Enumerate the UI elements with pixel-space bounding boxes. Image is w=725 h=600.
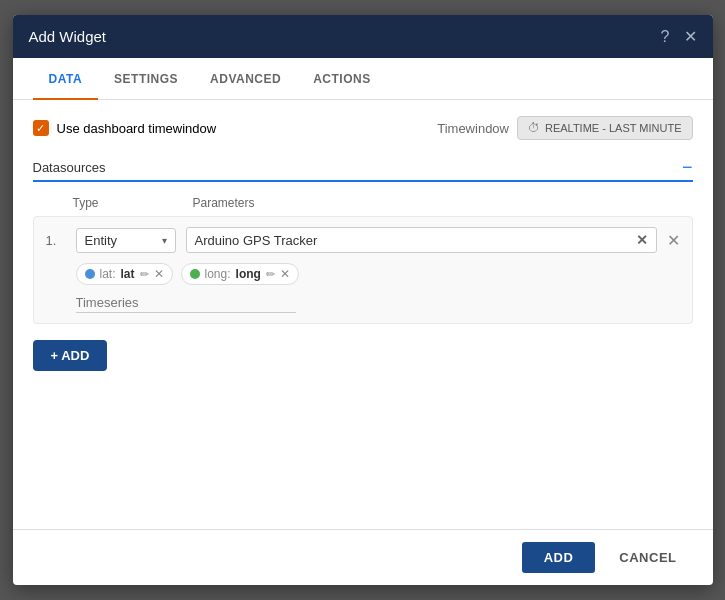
footer-cancel-button[interactable]: CANCEL xyxy=(603,542,692,573)
timewindow-badge[interactable]: ⏱ REALTIME - LAST MINUTE xyxy=(517,116,693,140)
entity-input-value: Arduino GPS Tracker xyxy=(195,233,630,248)
timewindow-left: Use dashboard timewindow xyxy=(33,120,217,136)
tab-settings[interactable]: SETTINGS xyxy=(98,58,194,100)
clock-icon: ⏱ xyxy=(528,121,540,135)
entity-input-wrap: Arduino GPS Tracker ✕ xyxy=(186,227,657,253)
entity-clear-button[interactable]: ✕ xyxy=(636,232,648,248)
datasources-collapse-icon[interactable]: − xyxy=(682,158,693,176)
datasources-title: Datasources xyxy=(33,160,106,175)
tag-dot-lat xyxy=(85,269,95,279)
datasources-section-header: Datasources − xyxy=(33,158,693,182)
row-number: 1. xyxy=(46,233,66,248)
dropdown-arrow-icon: ▾ xyxy=(162,235,167,246)
timewindow-row: Use dashboard timewindow Timewindow ⏱ RE… xyxy=(33,116,693,140)
dialog-footer: ADD CANCEL xyxy=(13,529,713,585)
tab-advanced[interactable]: ADVANCED xyxy=(194,58,297,100)
tags-row: lat: lat ✏ ✕ long: long ✏ ✕ xyxy=(76,263,680,285)
header-actions: ? ✕ xyxy=(661,27,697,46)
tab-bar: DATA SETTINGS ADVANCED ACTIONS xyxy=(13,58,713,100)
timeseries-input[interactable] xyxy=(76,293,296,313)
tag-dot-long xyxy=(190,269,200,279)
datasource-row-bottom: lat: lat ✏ ✕ long: long ✏ ✕ xyxy=(46,263,680,313)
table-header: Type Parameters xyxy=(33,196,693,216)
timewindow-right: Timewindow ⏱ REALTIME - LAST MINUTE xyxy=(437,116,692,140)
entity-type-value: Entity xyxy=(85,233,118,248)
tag-close-lat[interactable]: ✕ xyxy=(154,267,164,281)
tag-lat: lat: lat ✏ ✕ xyxy=(76,263,173,285)
help-icon[interactable]: ? xyxy=(661,28,670,46)
add-widget-dialog: Add Widget ? ✕ DATA SETTINGS ADVANCED AC… xyxy=(13,15,713,585)
tag-key-long: long: xyxy=(205,267,231,281)
use-dashboard-timewindow-checkbox[interactable] xyxy=(33,120,49,136)
timewindow-label: Timewindow xyxy=(437,121,509,136)
footer-add-button[interactable]: ADD xyxy=(522,542,596,573)
dialog-header: Add Widget ? ✕ xyxy=(13,15,713,58)
add-datasource-button[interactable]: + ADD xyxy=(33,340,108,371)
col-header-type: Type xyxy=(73,196,193,210)
tag-value-long: long xyxy=(236,267,261,281)
tab-data[interactable]: DATA xyxy=(33,58,99,100)
use-dashboard-timewindow-label: Use dashboard timewindow xyxy=(57,121,217,136)
datasource-row: 1. Entity ▾ Arduino GPS Tracker ✕ ✕ lat: xyxy=(33,216,693,324)
col-header-parameters: Parameters xyxy=(193,196,653,210)
close-icon[interactable]: ✕ xyxy=(684,27,697,46)
datasource-row-top: 1. Entity ▾ Arduino GPS Tracker ✕ ✕ xyxy=(46,227,680,253)
row-delete-button[interactable]: ✕ xyxy=(667,231,680,250)
tag-close-long[interactable]: ✕ xyxy=(280,267,290,281)
dialog-body: Use dashboard timewindow Timewindow ⏱ RE… xyxy=(13,100,713,529)
tag-long: long: long ✏ ✕ xyxy=(181,263,299,285)
tag-edit-lat[interactable]: ✏ xyxy=(140,268,149,281)
dialog-title: Add Widget xyxy=(29,28,107,45)
tab-actions[interactable]: ACTIONS xyxy=(297,58,387,100)
tag-key-lat: lat: xyxy=(100,267,116,281)
tag-edit-long[interactable]: ✏ xyxy=(266,268,275,281)
tag-value-lat: lat xyxy=(121,267,135,281)
timewindow-badge-text: REALTIME - LAST MINUTE xyxy=(545,122,682,134)
entity-type-select[interactable]: Entity ▾ xyxy=(76,228,176,253)
